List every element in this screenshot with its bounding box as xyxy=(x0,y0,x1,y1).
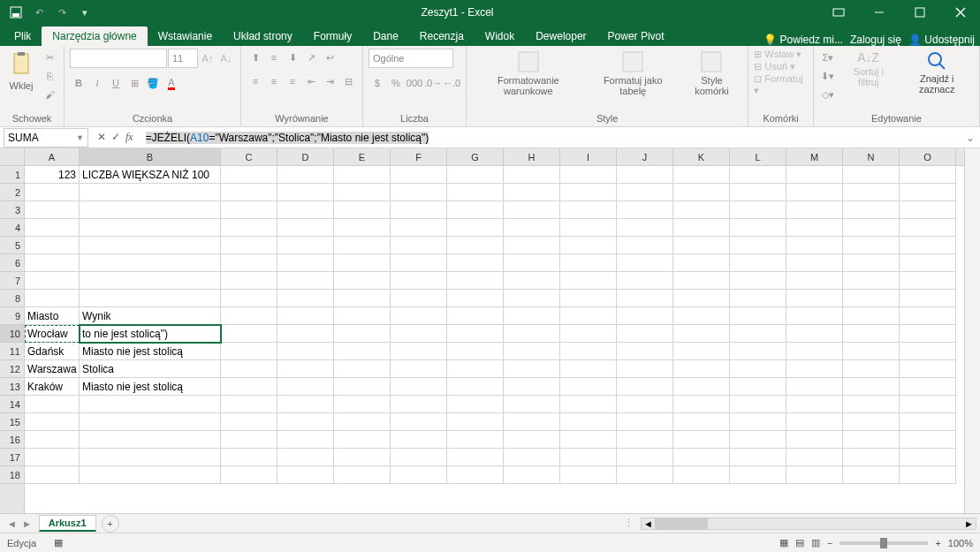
cell-G2[interactable] xyxy=(447,184,504,201)
cell-K14[interactable] xyxy=(673,396,730,413)
cell-L18[interactable] xyxy=(730,466,786,484)
cell-E10[interactable] xyxy=(334,325,391,343)
split-handle-icon[interactable]: ⋮ xyxy=(624,518,634,529)
cell-I18[interactable] xyxy=(560,466,617,484)
tab-layout[interactable]: Układ strony xyxy=(223,26,303,46)
format-as-table-button[interactable]: Formatuj jako tabelę xyxy=(589,49,678,98)
merge-icon[interactable]: ⊟ xyxy=(339,72,357,90)
cell-I7[interactable] xyxy=(560,272,617,290)
cell-L16[interactable] xyxy=(730,431,786,449)
cell-C15[interactable] xyxy=(221,413,277,431)
font-name-combo[interactable] xyxy=(70,49,167,68)
cell-O1[interactable] xyxy=(900,166,956,184)
cell-O3[interactable] xyxy=(900,201,956,219)
cell-O10[interactable] xyxy=(900,325,956,343)
increase-decimal-icon[interactable]: .0→ xyxy=(424,74,442,92)
cell-K13[interactable] xyxy=(673,378,730,396)
conditional-format-button[interactable]: Formatowanie warunkowe xyxy=(472,49,585,98)
cell-B10[interactable]: to nie jest stolicą") xyxy=(80,325,221,343)
cell-B9[interactable]: Wynik xyxy=(80,307,221,325)
cell-K16[interactable] xyxy=(673,431,730,449)
minimize-icon[interactable] xyxy=(860,0,899,25)
cell-N17[interactable] xyxy=(843,449,900,466)
cell-E3[interactable] xyxy=(334,201,391,219)
cell-E13[interactable] xyxy=(334,378,391,396)
row-header-16[interactable]: 16 xyxy=(0,431,24,449)
cell-J16[interactable] xyxy=(617,431,673,449)
cell-O17[interactable] xyxy=(900,449,956,466)
cell-H15[interactable] xyxy=(504,413,560,431)
cell-A16[interactable] xyxy=(25,431,80,449)
cell-M13[interactable] xyxy=(786,378,843,396)
autosum-icon[interactable]: Σ▾ xyxy=(819,49,837,66)
cell-D18[interactable] xyxy=(277,466,334,484)
increase-font-icon[interactable]: A↑ xyxy=(199,49,217,67)
align-middle-icon[interactable]: ≡ xyxy=(265,49,283,66)
cell-K8[interactable] xyxy=(673,290,730,307)
cell-C6[interactable] xyxy=(221,254,277,272)
cell-N5[interactable] xyxy=(843,237,900,254)
cell-N10[interactable] xyxy=(843,325,900,343)
cell-J6[interactable] xyxy=(617,254,673,272)
cell-M12[interactable] xyxy=(786,360,843,378)
cell-E11[interactable] xyxy=(334,343,391,360)
cell-G13[interactable] xyxy=(447,378,504,396)
cancel-formula-icon[interactable]: ✕ xyxy=(97,131,106,144)
ribbon-options-icon[interactable] xyxy=(819,0,858,25)
cell-H3[interactable] xyxy=(504,201,560,219)
cell-styles-button[interactable]: Style komórki xyxy=(681,49,743,98)
cell-L9[interactable] xyxy=(730,307,786,325)
cell-B2[interactable] xyxy=(80,184,221,201)
cell-B18[interactable] xyxy=(80,466,221,484)
sheet-next-icon[interactable]: ► xyxy=(22,518,32,529)
cell-F17[interactable] xyxy=(391,449,447,466)
view-page-break-icon[interactable]: ▥ xyxy=(811,537,820,548)
cell-K6[interactable] xyxy=(673,254,730,272)
row-header-6[interactable]: 6 xyxy=(0,254,24,272)
cell-G17[interactable] xyxy=(447,449,504,466)
cell-N16[interactable] xyxy=(843,431,900,449)
col-header-C[interactable]: C xyxy=(221,148,277,165)
cell-C10[interactable] xyxy=(221,325,277,343)
cell-C14[interactable] xyxy=(221,396,277,413)
col-header-D[interactable]: D xyxy=(277,148,334,165)
cell-H7[interactable] xyxy=(504,272,560,290)
cell-J12[interactable] xyxy=(617,360,673,378)
cell-F3[interactable] xyxy=(391,201,447,219)
cell-F15[interactable] xyxy=(391,413,447,431)
cell-N2[interactable] xyxy=(843,184,900,201)
cell-H16[interactable] xyxy=(504,431,560,449)
cell-M14[interactable] xyxy=(786,396,843,413)
cell-A6[interactable] xyxy=(25,254,80,272)
cell-J4[interactable] xyxy=(617,219,673,237)
cell-M1[interactable] xyxy=(786,166,843,184)
cell-H9[interactable] xyxy=(504,307,560,325)
cell-B15[interactable] xyxy=(80,413,221,431)
cell-N18[interactable] xyxy=(843,466,900,484)
cell-J18[interactable] xyxy=(617,466,673,484)
cell-L7[interactable] xyxy=(730,272,786,290)
tab-home[interactable]: Narzędzia główne xyxy=(42,26,147,46)
cell-E5[interactable] xyxy=(334,237,391,254)
cell-G5[interactable] xyxy=(447,237,504,254)
row-header-15[interactable]: 15 xyxy=(0,413,24,431)
undo-icon[interactable]: ↶ xyxy=(28,2,49,23)
cell-O12[interactable] xyxy=(900,360,956,378)
cell-N13[interactable] xyxy=(843,378,900,396)
cell-C18[interactable] xyxy=(221,466,277,484)
cell-G3[interactable] xyxy=(447,201,504,219)
cell-J7[interactable] xyxy=(617,272,673,290)
cell-B3[interactable] xyxy=(80,201,221,219)
cell-E7[interactable] xyxy=(334,272,391,290)
cell-A15[interactable] xyxy=(25,413,80,431)
cell-O6[interactable] xyxy=(900,254,956,272)
cell-M17[interactable] xyxy=(786,449,843,466)
number-format-combo[interactable] xyxy=(368,49,453,68)
tab-file[interactable]: Plik xyxy=(4,26,42,46)
cell-O15[interactable] xyxy=(900,413,956,431)
cell-D10[interactable] xyxy=(277,325,334,343)
cell-D1[interactable] xyxy=(277,166,334,184)
cell-O9[interactable] xyxy=(900,307,956,325)
tellme[interactable]: 💡 Powiedz mi... xyxy=(763,34,843,46)
underline-icon[interactable]: U xyxy=(107,74,125,92)
